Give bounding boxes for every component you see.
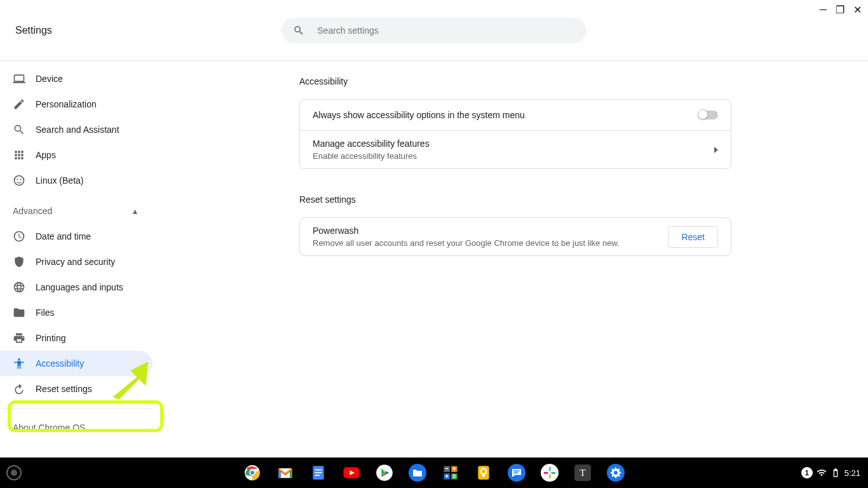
reset-icon bbox=[13, 383, 25, 395]
row-label: Always show accessibility options in the… bbox=[313, 110, 525, 120]
launcher-button[interactable] bbox=[6, 465, 22, 480]
svg-rect-9 bbox=[315, 470, 322, 471]
shelf-apps: T bbox=[243, 463, 625, 482]
search-assistant-icon bbox=[13, 123, 25, 136]
sidebar-item-label: About Chrome OS bbox=[13, 423, 85, 433]
svg-rect-24 bbox=[513, 472, 518, 473]
shelf-app-calculator[interactable] bbox=[441, 463, 460, 482]
sidebar-section-advanced[interactable]: Advanced▴ bbox=[0, 198, 153, 224]
shelf-app-slack[interactable] bbox=[540, 463, 559, 482]
reset-card: Powerwash Remove all user accounts and r… bbox=[299, 217, 731, 256]
svg-rect-23 bbox=[513, 471, 519, 472]
row-manage-a11y[interactable]: Manage accessibility features Enable acc… bbox=[300, 130, 731, 168]
row-always-show-a11y[interactable]: Always show accessibility options in the… bbox=[300, 100, 731, 130]
search-icon bbox=[293, 24, 304, 37]
svg-point-2 bbox=[20, 179, 21, 180]
sidebar-item-privacy[interactable]: Privacy and security bbox=[0, 249, 153, 274]
sidebar-item-label: Personalization bbox=[36, 99, 97, 109]
svg-rect-29 bbox=[551, 472, 555, 474]
chevron-right-icon bbox=[714, 147, 718, 153]
shelf-app-docs[interactable] bbox=[309, 463, 328, 482]
notification-count-badge[interactable]: 1 bbox=[801, 467, 813, 478]
svg-point-3 bbox=[18, 358, 20, 360]
svg-point-1 bbox=[17, 179, 18, 180]
clock: 5:21 bbox=[844, 468, 860, 478]
sidebar: DevicePersonalizationSearch and Assistan… bbox=[0, 61, 163, 458]
sidebar-item-date-time[interactable]: Date and time bbox=[0, 224, 153, 249]
section-title-accessibility: Accessibility bbox=[299, 76, 731, 86]
shelf-app-settings[interactable] bbox=[606, 463, 625, 482]
sidebar-item-label: Files bbox=[36, 308, 55, 318]
shelf-app-play[interactable] bbox=[375, 463, 394, 482]
sidebar-item-label: Apps bbox=[36, 150, 56, 160]
search-input[interactable] bbox=[317, 25, 575, 36]
sidebar-item-label: Device bbox=[36, 74, 63, 84]
sidebar-item-label: Printing bbox=[36, 333, 65, 343]
apps-icon bbox=[13, 149, 25, 161]
battery-icon bbox=[831, 468, 841, 478]
shelf-app-text[interactable]: T bbox=[573, 463, 592, 482]
accessibility-icon bbox=[13, 357, 25, 370]
reset-button[interactable]: Reset bbox=[668, 226, 718, 248]
sidebar-item-apps[interactable]: Apps bbox=[0, 142, 153, 168]
shelf-app-files[interactable] bbox=[408, 463, 427, 482]
files-icon bbox=[13, 306, 25, 319]
status-area[interactable]: 1 5:21 bbox=[801, 467, 860, 478]
sidebar-item-about[interactable]: About Chrome OS bbox=[0, 415, 153, 440]
date-time-icon bbox=[13, 230, 25, 243]
shelf-app-keep[interactable] bbox=[474, 463, 493, 482]
shelf: T 1 5:21 bbox=[0, 458, 868, 488]
shelf-app-youtube[interactable] bbox=[342, 463, 361, 482]
chevron-up-icon: ▴ bbox=[133, 206, 137, 216]
svg-text:T: T bbox=[580, 467, 585, 478]
section-title-reset: Reset settings bbox=[299, 194, 731, 205]
svg-rect-10 bbox=[315, 472, 322, 473]
sidebar-item-languages[interactable]: Languages and inputs bbox=[0, 274, 153, 300]
row-subtitle: Remove all user accounts and reset your … bbox=[313, 238, 620, 248]
sidebar-item-label: Reset settings bbox=[36, 384, 92, 394]
shelf-app-messages[interactable] bbox=[507, 463, 526, 482]
sidebar-item-accessibility[interactable]: Accessibility bbox=[0, 351, 153, 376]
page-title: Settings bbox=[15, 25, 52, 36]
sidebar-item-linux[interactable]: Linux (Beta) bbox=[0, 168, 153, 193]
sidebar-item-printing[interactable]: Printing bbox=[0, 325, 153, 351]
shelf-app-chrome[interactable] bbox=[243, 463, 262, 482]
sidebar-item-files[interactable]: Files bbox=[0, 300, 153, 325]
accessibility-card: Always show accessibility options in the… bbox=[299, 99, 731, 169]
svg-rect-28 bbox=[544, 472, 548, 474]
sidebar-item-label: Privacy and security bbox=[36, 257, 115, 267]
svg-point-32 bbox=[607, 464, 625, 482]
sidebar-item-search-assistant[interactable]: Search and Assistant bbox=[0, 117, 153, 142]
row-label: Powerwash bbox=[313, 226, 620, 236]
sidebar-item-label: Date and time bbox=[36, 231, 91, 241]
svg-rect-26 bbox=[549, 467, 551, 471]
sidebar-item-label: Languages and inputs bbox=[36, 282, 123, 292]
sidebar-section-label: Advanced bbox=[13, 206, 52, 216]
svg-point-0 bbox=[15, 176, 24, 186]
sidebar-item-reset[interactable]: Reset settings bbox=[0, 376, 153, 402]
svg-rect-18 bbox=[451, 473, 457, 479]
content: Accessibility Always show accessibility … bbox=[163, 61, 868, 458]
wifi-icon bbox=[817, 468, 827, 478]
row-powerwash: Powerwash Remove all user accounts and r… bbox=[300, 218, 731, 255]
sidebar-item-device[interactable]: Device bbox=[0, 66, 153, 92]
sidebar-item-label: Linux (Beta) bbox=[36, 175, 83, 186]
svg-rect-21 bbox=[482, 474, 485, 477]
sidebar-item-personalization[interactable]: Personalization bbox=[0, 92, 153, 117]
languages-icon bbox=[13, 281, 25, 294]
search-field[interactable] bbox=[281, 18, 587, 43]
printing-icon bbox=[13, 332, 25, 344]
row-subtitle: Enable accessibility features bbox=[313, 151, 430, 161]
linux-icon bbox=[13, 174, 25, 187]
svg-point-6 bbox=[250, 470, 255, 475]
toggle-always-show-a11y[interactable] bbox=[699, 111, 718, 119]
sidebar-item-label: Accessibility bbox=[36, 358, 84, 369]
device-icon bbox=[13, 72, 25, 85]
header: Settings bbox=[0, 0, 868, 61]
personalization-icon bbox=[13, 98, 25, 111]
sidebar-item-label: Search and Assistant bbox=[36, 125, 119, 135]
shelf-app-gmail[interactable] bbox=[276, 463, 295, 482]
privacy-icon bbox=[13, 255, 25, 268]
svg-point-25 bbox=[541, 464, 559, 482]
row-label: Manage accessibility features bbox=[313, 139, 430, 149]
